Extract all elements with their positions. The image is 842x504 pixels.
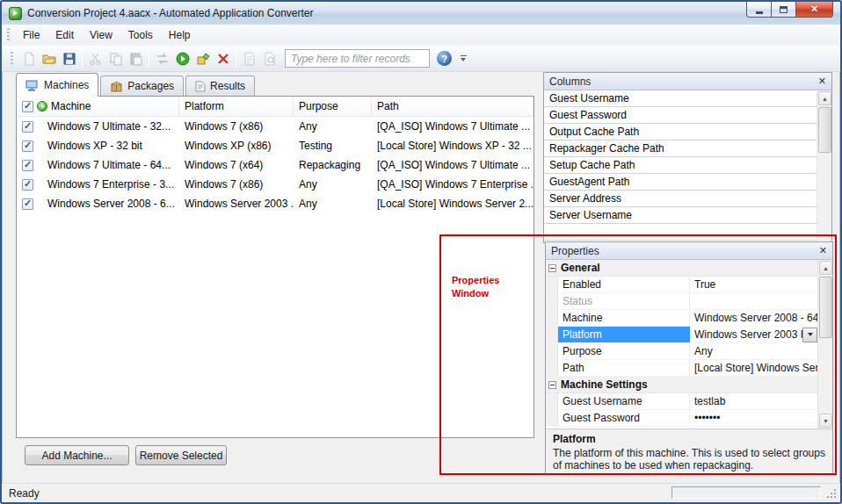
- tab-machines[interactable]: Machines: [16, 73, 98, 97]
- properties-scrollbar[interactable]: ▲ ▼: [817, 260, 832, 428]
- property-value[interactable]: Windows Server 2008 - 64: [690, 310, 817, 326]
- property-row-enabled[interactable]: Enabled True: [546, 277, 817, 293]
- column-item[interactable]: Guest Username: [544, 90, 817, 107]
- scroll-up-button[interactable]: ▲: [818, 91, 831, 105]
- column-item[interactable]: Server Address: [544, 191, 817, 207]
- column-item[interactable]: GuestAgent Path: [544, 174, 817, 191]
- open-button[interactable]: [39, 48, 59, 68]
- columns-close-icon[interactable]: ✕: [818, 76, 826, 86]
- property-row-guest-password[interactable]: Guest Password •••••••: [546, 410, 817, 427]
- cancel-button[interactable]: [213, 48, 233, 68]
- cut-button[interactable]: [85, 48, 105, 68]
- machine-row[interactable]: Windows 7 Ultimate - 64... Windows 7 (x6…: [17, 155, 534, 175]
- tabstrip: Machines Packages Results: [16, 72, 257, 96]
- toolbar-gripper[interactable]: [11, 52, 13, 66]
- menu-gripper[interactable]: [7, 28, 10, 42]
- scroll-down-button[interactable]: ▼: [819, 414, 832, 428]
- property-row-purpose[interactable]: Purpose Any: [546, 343, 817, 360]
- paste-button[interactable]: [126, 48, 146, 68]
- column-item-partial[interactable]: [544, 224, 817, 241]
- resize-grip[interactable]: [834, 496, 836, 498]
- property-row-status[interactable]: Status: [546, 293, 817, 310]
- new-button[interactable]: [18, 48, 39, 68]
- machine-row[interactable]: Windows XP - 32 bit Windows XP (x86) Tes…: [17, 136, 534, 155]
- columns-scrollbar[interactable]: ▲: [817, 90, 831, 242]
- log-button[interactable]: [259, 48, 279, 68]
- sync-button[interactable]: [152, 48, 172, 68]
- filter-records-input[interactable]: [285, 49, 430, 68]
- property-value[interactable]: Windows Server 2003 R: [690, 327, 817, 342]
- property-value[interactable]: •••••••: [690, 410, 817, 426]
- scroll-thumb[interactable]: [819, 277, 832, 338]
- machine-row[interactable]: Windows 7 Enterprise - 3... Windows 7 (x…: [17, 175, 534, 194]
- copy-button[interactable]: [105, 48, 126, 68]
- property-row-platform[interactable]: Platform Windows Server 2003 R: [546, 327, 817, 343]
- columns-panel-title: Columns: [549, 76, 591, 88]
- property-row-guest-username[interactable]: Guest Username testlab: [546, 393, 817, 410]
- menu-file[interactable]: File: [15, 25, 47, 45]
- titlebar[interactable]: Conversion Project 4.aacx - Automated Ap…: [2, 2, 840, 25]
- menu-edit[interactable]: Edit: [47, 25, 82, 45]
- column-item[interactable]: Output Cache Path: [544, 124, 817, 140]
- packages-icon: [110, 81, 123, 92]
- machine-row[interactable]: Windows Server 2008 - 6... Windows Serve…: [17, 194, 534, 213]
- row-checkbox[interactable]: [22, 160, 33, 171]
- properties-panel: Properties ✕ General Enabled True Status: [545, 241, 833, 475]
- save-button[interactable]: [59, 48, 79, 68]
- menu-view[interactable]: View: [82, 25, 120, 45]
- property-value[interactable]: True: [690, 277, 817, 292]
- property-row-machine[interactable]: Machine Windows Server 2008 - 64: [546, 310, 817, 327]
- menu-tools[interactable]: Tools: [120, 25, 161, 45]
- property-value[interactable]: [Local Store] Windows Ser: [690, 360, 817, 376]
- property-row-path[interactable]: Path [Local Store] Windows Ser: [546, 360, 817, 377]
- column-header-path[interactable]: Path: [372, 97, 534, 116]
- column-header-platform[interactable]: Platform: [179, 97, 294, 116]
- column-item[interactable]: Server Username: [544, 207, 817, 224]
- column-item[interactable]: Setup Cache Path: [544, 157, 817, 174]
- collapse-icon[interactable]: [548, 264, 556, 272]
- row-checkbox[interactable]: [22, 179, 33, 191]
- collapse-icon[interactable]: [548, 381, 556, 389]
- report-button[interactable]: [239, 48, 259, 68]
- build-button[interactable]: [192, 48, 213, 68]
- run-icon: [176, 52, 190, 66]
- maximize-button[interactable]: [772, 2, 795, 18]
- properties-close-icon[interactable]: ✕: [819, 246, 827, 256]
- toolbar: ?: [2, 46, 840, 72]
- row-checkbox[interactable]: [22, 121, 33, 133]
- property-value[interactable]: testlab: [690, 393, 817, 409]
- tab-results[interactable]: Results: [185, 76, 255, 96]
- help-button[interactable]: ?: [437, 51, 452, 66]
- column-header-purpose[interactable]: Purpose: [294, 97, 372, 116]
- column-item[interactable]: Guest Password: [544, 107, 817, 124]
- run-button[interactable]: [172, 48, 192, 68]
- log-icon: [263, 52, 277, 66]
- window-title: Conversion Project 4.aacx - Automated Ap…: [27, 7, 314, 19]
- remove-selected-button[interactable]: Remove Selected: [135, 445, 227, 465]
- properties-panel-titlebar[interactable]: Properties ✕: [546, 242, 832, 260]
- column-header-machine[interactable]: Machine: [17, 97, 179, 116]
- menu-help[interactable]: Help: [161, 25, 199, 45]
- add-machine-button[interactable]: Add Machine...: [25, 445, 129, 465]
- close-button[interactable]: ✕: [795, 2, 833, 18]
- platform-dropdown-button[interactable]: [802, 328, 817, 342]
- toolbar-overflow-button[interactable]: [457, 49, 469, 68]
- row-checkbox[interactable]: [22, 198, 33, 210]
- description-text: The platform of this machine. This is us…: [553, 447, 825, 472]
- column-item[interactable]: Repackager Cache Path: [544, 140, 817, 157]
- tab-packages[interactable]: Packages: [100, 76, 184, 96]
- chevron-down-icon: [808, 333, 813, 336]
- category-general[interactable]: General: [546, 260, 817, 277]
- columns-panel-titlebar[interactable]: Columns ✕: [544, 73, 831, 90]
- machine-row[interactable]: Windows 7 Ultimate - 32... Windows 7 (x8…: [17, 117, 534, 136]
- minimize-button[interactable]: [746, 2, 772, 18]
- scroll-thumb[interactable]: [818, 107, 831, 153]
- select-all-checkbox[interactable]: [22, 101, 33, 112]
- category-machine-settings[interactable]: Machine Settings: [546, 377, 817, 393]
- scroll-up-button[interactable]: ▲: [819, 261, 832, 275]
- row-checkbox[interactable]: [22, 140, 33, 152]
- help-icon: ?: [441, 54, 447, 64]
- minimize-icon: [756, 11, 763, 14]
- property-value[interactable]: Any: [690, 343, 817, 359]
- machines-icon: [25, 80, 40, 91]
